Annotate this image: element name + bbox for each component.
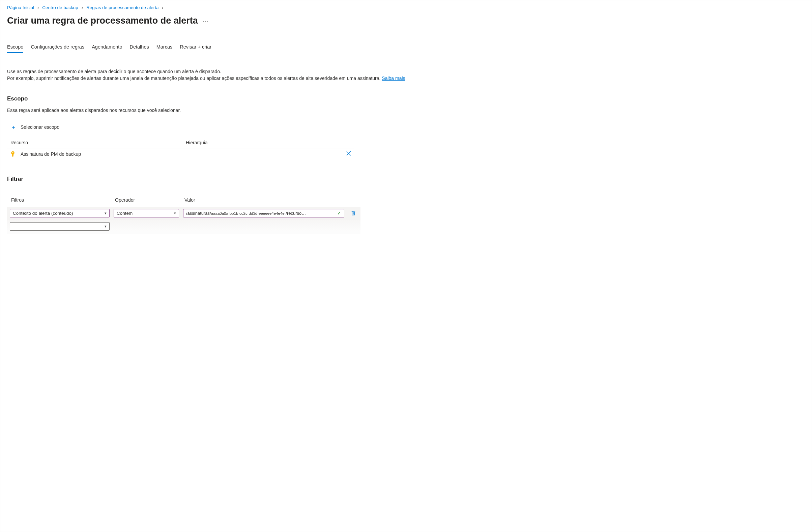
scope-heading: Escopo [7,95,805,102]
chevron-right-icon: › [162,5,163,10]
checkmark-icon: ✓ [337,210,341,216]
filter-operator-dropdown[interactable]: Contém ▾ [114,209,179,218]
chevron-down-icon: ▾ [104,211,106,216]
tab-details[interactable]: Detalhes [130,44,149,53]
filter-value-input[interactable]: /assinaturas/aaaa0a0a-bb1b-cc2c-dd3d-eee… [183,209,344,218]
close-icon [346,151,351,156]
svg-point-0 [13,152,14,153]
filter-grid: Filtros Operador Valor Contexto do alert… [7,197,361,234]
page-title: Criar uma regra de processamento de aler… [7,15,198,26]
filter-col-operator: Operador [115,197,180,203]
chevron-down-icon: ▾ [174,211,176,216]
description-line1: Use as regras de processamento de alerta… [7,69,221,74]
breadcrumb: Página Inicial › Centro de backup › Regr… [7,5,805,10]
breadcrumb-link-alert-rules[interactable]: Regras de processamento de alerta [86,5,159,10]
filter-col-value: Valor [185,197,346,203]
delete-filter-button[interactable] [348,210,359,216]
filter-operator-value: Contém [117,211,132,216]
scope-col-hierarchy: Hierarquia [186,140,340,145]
chevron-right-icon: › [82,5,83,10]
filter-heading: Filtrar [7,176,805,182]
scope-subtext: Essa regra será aplicada aos alertas dis… [7,107,805,113]
plus-icon: ＋ [11,123,16,131]
scope-row: Assinatura de PM de backup [7,148,354,160]
filter-row: Contexto do alerta (conteúdo) ▾ Contém ▾… [7,207,361,220]
trash-icon [351,210,356,216]
description-text: Use as regras de processamento de alerta… [7,68,439,82]
tab-review-create[interactable]: Revisar + criar [180,44,212,53]
tab-rule-settings[interactable]: Configurações de regras [31,44,84,53]
chevron-right-icon: › [38,5,39,10]
tab-scope[interactable]: Escopo [7,44,23,53]
chevron-down-icon: ▾ [104,224,106,228]
scope-row-name: Assinatura de PM de backup [20,151,81,157]
breadcrumb-link-home[interactable]: Página Inicial [7,5,34,10]
breadcrumb-link-backup-center[interactable]: Centro de backup [42,5,78,10]
tab-tags[interactable]: Marcas [157,44,173,53]
filter-row-empty: ▾ [7,220,361,234]
filter-field-value: Contexto do alerta (conteúdo) [13,211,73,216]
scope-col-resource: Recurso [11,140,186,145]
tab-bar: Escopo Configurações de regras Agendamen… [7,44,805,53]
filter-col-filters: Filtros [11,197,111,203]
select-scope-label: Selecionar escopo [20,124,59,130]
filter-field-dropdown[interactable]: Contexto do alerta (conteúdo) ▾ [10,209,110,218]
more-actions-icon[interactable]: ⋯ [203,17,209,25]
subscription-key-icon [11,151,15,157]
learn-more-link[interactable]: Saiba mais [382,75,405,81]
filter-value-text: /assinaturas/aaaa0a0a-bb1b-cc2c-dd3d-eee… [186,211,306,216]
select-scope-button[interactable]: ＋ Selecionar escopo [11,123,59,131]
description-line2: Por exemplo, suprimir notificações de al… [7,75,382,81]
filter-field-dropdown-empty[interactable]: ▾ [10,222,110,231]
tab-scheduling[interactable]: Agendamento [92,44,122,53]
remove-scope-button[interactable] [346,151,351,157]
scope-table: Recurso Hierarquia Assinatura de PM de b… [7,138,354,160]
